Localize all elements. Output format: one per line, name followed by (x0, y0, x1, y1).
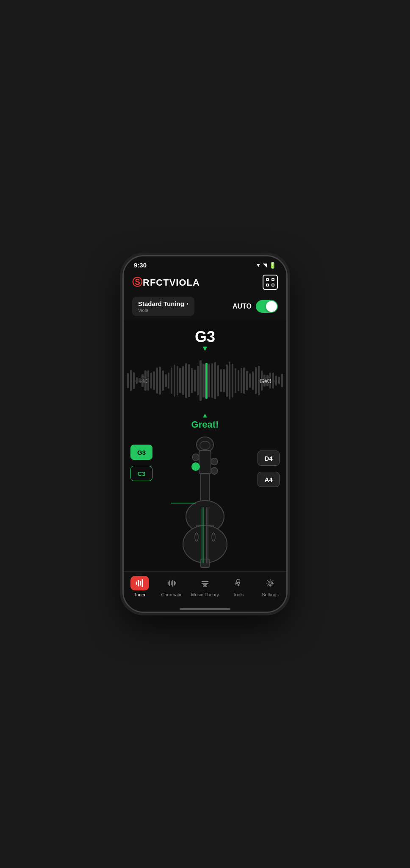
auto-label: AUTO (233, 303, 252, 310)
waveform-bar (133, 372, 135, 389)
tuning-feedback: ▲ Great! (124, 408, 286, 432)
note-display: G3 ▼ (124, 320, 286, 353)
scan-button[interactable] (263, 275, 278, 290)
string-btn-g3[interactable]: G3 (130, 445, 152, 460)
svg-rect-1 (272, 278, 274, 281)
nav-icon-tuner (130, 576, 149, 590)
waveform-bar (182, 366, 184, 395)
waveform-bar (177, 366, 178, 395)
waveform-bar (214, 362, 216, 399)
svg-rect-34 (202, 581, 209, 582)
wifi-icon: ▼ (256, 262, 261, 268)
waveform-bar (159, 367, 161, 395)
waveform-bar (241, 368, 242, 393)
tools-icon (234, 579, 243, 588)
waveform-bar (226, 364, 227, 396)
waveform-bar (255, 367, 257, 395)
chromatic-icon (167, 579, 176, 588)
nav-item-settings[interactable]: Settings (258, 576, 283, 597)
nav-icon-settings (261, 576, 280, 590)
waveform-bar (162, 370, 163, 391)
waveform-bar (223, 369, 224, 392)
tuner-area: G3 ▼ ··· F#3 G#3 ··· ▲ Great! (124, 320, 286, 571)
waveform-bar (199, 360, 201, 401)
waveform-bar (165, 374, 166, 387)
svg-rect-26 (140, 581, 141, 585)
string-buttons-left: G3 C3 (130, 445, 152, 481)
waveform-bar (191, 368, 193, 393)
nav-icon-tools (229, 576, 248, 590)
waveform-bar (235, 368, 236, 393)
scan-icon (266, 278, 274, 287)
waveform-bar (150, 373, 152, 389)
svg-point-38 (237, 582, 240, 584)
nav-label-chromatic: Chromatic (161, 592, 182, 597)
feedback-text: Great! (124, 419, 286, 430)
logo-text: RFCTVIOLA (143, 277, 200, 288)
nav-item-chromatic[interactable]: Chromatic (159, 576, 184, 597)
svg-point-18 (192, 454, 199, 461)
waveform-bar (232, 364, 233, 398)
waveform-bar (139, 378, 140, 383)
toggle-knob (266, 301, 277, 312)
settings-icon (266, 579, 275, 588)
svg-rect-6 (199, 451, 211, 474)
right-note: G#3 (260, 377, 271, 384)
auto-toggle-group: AUTO (233, 300, 278, 313)
waveform-bar (141, 374, 143, 387)
svg-rect-27 (141, 579, 143, 587)
string-buttons-right: D4 A4 (258, 451, 280, 487)
svg-rect-31 (172, 580, 173, 587)
waveform-bar (243, 367, 245, 394)
nav-item-tools[interactable]: Tools (226, 576, 251, 597)
tuning-name: Stadard Tuning › (138, 300, 188, 307)
svg-rect-35 (202, 583, 209, 584)
logo-p: Ⓢ (132, 276, 143, 288)
nav-icon-music-theory (196, 576, 214, 590)
string-btn-a4[interactable]: A4 (258, 472, 280, 487)
bottom-nav: Tuner Chromatic (124, 571, 286, 606)
home-bar (180, 608, 230, 610)
waveform-bar (217, 365, 219, 396)
waveform-bar (208, 364, 210, 398)
svg-point-20 (211, 458, 218, 465)
music-theory-icon (200, 579, 210, 588)
nav-item-tuner[interactable]: Tuner (127, 576, 152, 597)
feedback-arrow: ▲ (124, 412, 286, 419)
waveform-bar (185, 363, 187, 398)
waveform-bar (220, 369, 222, 392)
svg-rect-2 (266, 284, 269, 286)
waveform-bar (171, 367, 172, 394)
string-btn-d4[interactable]: D4 (258, 451, 280, 466)
time: 9:30 (134, 262, 147, 269)
waveform-bar (246, 371, 248, 391)
svg-rect-28 (168, 581, 169, 584)
status-icons: ▼ ◥ 🔋 (256, 262, 276, 269)
waveform-bar (168, 373, 169, 389)
svg-point-5 (200, 441, 210, 450)
waveform-bar (144, 370, 146, 391)
signal-icon: ◥ (263, 262, 267, 268)
tuning-selector[interactable]: Stadard Tuning › Viola (132, 297, 194, 316)
svg-rect-32 (174, 581, 175, 586)
waveform-bar (238, 370, 239, 391)
waveform-bar (249, 373, 251, 388)
nav-item-music-theory[interactable]: Music Theory (191, 576, 219, 597)
svg-rect-25 (138, 580, 139, 587)
svg-point-21 (211, 467, 218, 474)
tuner-icon (134, 578, 145, 589)
app-header: ⓈRFCTVIOLA (124, 271, 286, 294)
nav-icon-chromatic (162, 576, 181, 590)
waveform-bar (188, 364, 190, 398)
waveform-bar (147, 370, 149, 391)
nav-label-settings: Settings (262, 592, 279, 597)
waveform-bar (194, 370, 196, 392)
waveform-bar (205, 363, 207, 399)
viola-illustration (158, 432, 252, 571)
svg-point-40 (268, 581, 273, 586)
auto-toggle-switch[interactable] (256, 300, 278, 313)
waveform-bar (197, 366, 199, 396)
viola-body: G3 C3 D4 A4 (124, 432, 286, 571)
waveform-bar (281, 374, 283, 388)
string-btn-c3[interactable]: C3 (130, 466, 152, 481)
